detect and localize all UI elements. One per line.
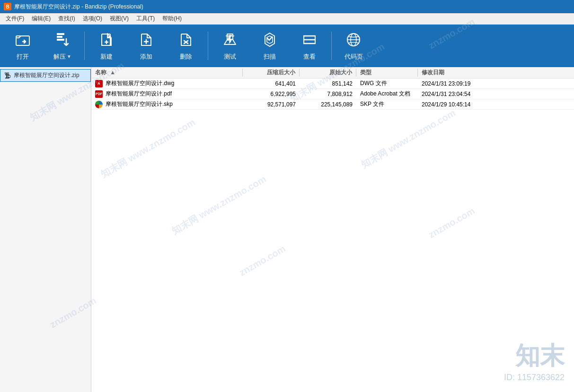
toolbar-separator-1 [84, 32, 85, 60]
sidebar-zip-label: 摩根智能展厅空间设计.zip [14, 71, 79, 79]
sidebar: 🗜 摩根智能展厅空间设计.zip [0, 67, 91, 392]
header-compressed: 压缩后大小 [243, 69, 300, 77]
new-icon [98, 31, 115, 51]
content-area: 🗜 摩根智能展厅空间设计.zip 名称 ▲ 压缩后大小 原始大小 类型 修改日期… [0, 67, 574, 392]
menu-file[interactable]: 文件(F) [2, 14, 28, 24]
header-original: 原始大小 [300, 69, 356, 77]
add-icon [138, 31, 155, 51]
compressed-size: 92,571,097 [243, 101, 300, 108]
file-type: SKP 文件 [356, 100, 418, 108]
compressed-size: 6,922,995 [243, 91, 300, 97]
titlebar: B 摩根智能展厅空间设计.zip - Bandizip (Professiona… [0, 0, 574, 13]
menu-view[interactable]: 视图(V) [106, 14, 132, 24]
new-button[interactable]: 新建 [88, 27, 125, 65]
menu-help[interactable]: 帮助(H) [159, 14, 185, 24]
skp-icon [95, 101, 103, 108]
toolbar-separator-3 [331, 32, 332, 60]
file-type: DWG 文件 [356, 79, 418, 87]
extract-label: 解压 [53, 52, 66, 61]
scan-icon [261, 31, 278, 51]
svg-rect-1 [57, 33, 64, 35]
codepage-button[interactable]: 代码页 [335, 27, 372, 65]
codepage-label: 代码页 [344, 52, 363, 61]
view-label: 查看 [303, 52, 316, 61]
svg-rect-2 [57, 36, 62, 38]
modified-date: 2024/1/31 23:04:54 [418, 91, 494, 97]
svg-rect-3 [57, 39, 64, 41]
pdf-icon: PDF [95, 90, 103, 98]
file-name: 摩根智能展厅空间设计.dwg [106, 79, 174, 87]
table-row[interactable]: PDF 摩根智能展厅空间设计.pdf 6,922,995 7,808,912 A… [91, 89, 574, 99]
modified-date: 2024/1/31 23:09:19 [418, 80, 494, 87]
open-button[interactable]: 打开 [4, 27, 42, 65]
header-modified: 修改日期 [418, 69, 494, 77]
view-icon [301, 31, 318, 51]
delete-label: 删除 [180, 52, 192, 61]
add-label: 添加 [140, 52, 152, 61]
scan-label: 扫描 [264, 52, 276, 61]
file-name: 摩根智能展厅空间设计.skp [106, 100, 173, 108]
extract-arrow: ▼ [67, 54, 71, 59]
zip-icon: 🗜 [4, 72, 11, 79]
new-label: 新建 [100, 52, 113, 61]
dwg-icon: A [95, 80, 103, 87]
scan-button[interactable]: 扫描 [251, 27, 289, 65]
app-icon: B [4, 3, 11, 10]
delete-icon [177, 31, 194, 51]
header-type: 类型 [356, 69, 418, 77]
file-name-cell: 摩根智能展厅空间设计.skp [91, 100, 243, 108]
test-icon [221, 31, 238, 51]
delete-button[interactable]: 删除 [167, 27, 205, 65]
file-name: 摩根智能展厅空间设计.pdf [106, 90, 172, 98]
file-name-cell: PDF 摩根智能展厅空间设计.pdf [91, 90, 243, 98]
toolbar-separator-2 [208, 32, 208, 60]
file-name-cell: A 摩根智能展厅空间设计.dwg [91, 79, 243, 87]
original-size: 7,808,912 [300, 91, 356, 97]
menubar: 文件(F) 编辑(E) 查找(I) 选项(O) 视图(V) 工具(T) 帮助(H… [0, 13, 574, 25]
add-button[interactable]: 添加 [127, 27, 165, 65]
menu-edit[interactable]: 编辑(E) [28, 14, 54, 24]
test-button[interactable]: 测试 [211, 27, 249, 65]
sort-arrow: ▲ [110, 69, 115, 76]
table-row[interactable]: 摩根智能展厅空间设计.skp 92,571,097 225,145,089 SK… [91, 99, 574, 110]
table-row[interactable]: A 摩根智能展厅空间设计.dwg 641,401 851,142 DWG 文件 … [91, 78, 574, 89]
open-label: 打开 [17, 52, 29, 61]
view-button[interactable]: 查看 [291, 27, 328, 65]
header-name: 名称 ▲ [91, 69, 243, 77]
extract-icon [54, 31, 71, 51]
modified-date: 2024/1/29 10:45:14 [418, 101, 494, 108]
window-title: 摩根智能展厅空间设计.zip - Bandizip (Professional) [14, 3, 143, 11]
test-label: 测试 [224, 52, 236, 61]
file-list-area: 名称 ▲ 压缩后大小 原始大小 类型 修改日期 A 摩根智能展厅空间设计.dwg… [91, 67, 574, 392]
sidebar-zip-item[interactable]: 🗜 摩根智能展厅空间设计.zip [0, 69, 91, 82]
menu-tools[interactable]: 工具(T) [132, 14, 159, 24]
open-icon [14, 31, 31, 51]
file-type: Adobe Acrobat 文档 [356, 90, 418, 98]
original-size: 851,142 [300, 80, 356, 87]
menu-options[interactable]: 选项(O) [79, 14, 106, 24]
compressed-size: 641,401 [243, 80, 300, 87]
extract-button[interactable]: 解压 ▼ [44, 27, 81, 65]
original-size: 225,145,089 [300, 101, 356, 108]
svg-rect-5 [102, 34, 107, 40]
menu-find[interactable]: 查找(I) [54, 14, 79, 24]
toolbar: 打开 解压 ▼ [0, 25, 574, 67]
file-list-header: 名称 ▲ 压缩后大小 原始大小 类型 修改日期 [91, 67, 574, 78]
codepage-icon [345, 31, 362, 51]
